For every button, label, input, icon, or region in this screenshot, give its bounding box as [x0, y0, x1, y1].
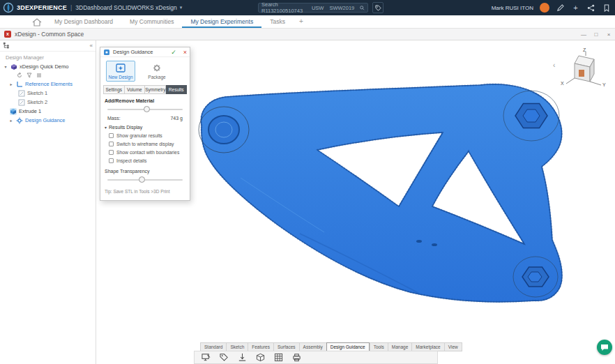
tree-item-label: Sketch 2 [27, 99, 47, 105]
add-tab-button[interactable]: + [294, 15, 309, 28]
filter-icon[interactable] [26, 73, 32, 78]
optimized-part-model[interactable] [199, 84, 562, 302]
checkbox-label: Show contact with boundaries [116, 150, 179, 155]
checkbox-wireframe-display[interactable]: Switch to wireframe display [100, 139, 190, 148]
chevron-down-icon[interactable]: ▾ [180, 5, 183, 10]
user-name[interactable]: Mark RUSI ITON [492, 5, 533, 11]
mass-row: Mass: 743 g [100, 114, 190, 122]
window-title: xDesign - Common Space [15, 31, 84, 38]
checkbox-granular-results[interactable]: Show granular results [100, 131, 190, 139]
cancel-button[interactable]: × [183, 49, 187, 56]
mode-label: Package [148, 75, 165, 79]
checkbox-icon[interactable] [109, 158, 114, 163]
ok-button[interactable]: ✓ [171, 49, 176, 56]
app-switcher[interactable]: 3DDashboard SOLIDWORKS xDesign [75, 4, 177, 11]
search-icon[interactable] [360, 5, 365, 11]
axes-icon [16, 81, 23, 88]
tree-item-sketch1[interactable]: Sketch 1 [0, 89, 96, 98]
search-scope-1: USW [312, 5, 324, 11]
checkbox-icon[interactable] [109, 142, 114, 146]
home-icon[interactable] [32, 18, 42, 26]
tip-text: Tip: Save STL in Tools >3D Print [100, 185, 190, 194]
section-box-icon[interactable] [256, 353, 265, 362]
mode-package[interactable]: Package [142, 61, 172, 82]
tree-view-icon[interactable] [3, 42, 10, 50]
pen-icon[interactable] [556, 3, 565, 13]
tag-search-button[interactable] [372, 2, 384, 13]
extrude-cube-icon [10, 108, 17, 115]
mass-value: 743 g [170, 116, 183, 121]
material-slider[interactable] [107, 106, 183, 113]
package-icon [151, 63, 162, 73]
brand-logo-text: 3DEXPERIENCE [17, 4, 67, 11]
minimize-button[interactable]: — [577, 31, 590, 38]
rotate-left-arrow[interactable]: ‹ [553, 61, 555, 69]
slider-thumb[interactable] [144, 106, 150, 112]
tree-item-label: Design Guidance [25, 117, 66, 123]
collapsed-arrow-icon[interactable]: ▸ [8, 118, 14, 123]
print-3d-icon[interactable] [292, 353, 301, 362]
bookmark-icon[interactable] [602, 3, 611, 13]
tree-item-extrude1[interactable]: Extrude 1 [0, 107, 96, 116]
mode-new-design[interactable]: New Design [106, 61, 135, 82]
collapsed-arrow-icon[interactable]: ▸ [8, 82, 14, 86]
search-text: Search R1132100510743 [261, 1, 306, 14]
tree-quick-actions [0, 71, 96, 79]
dialog-header[interactable]: Design Guidance ✓ × [100, 47, 190, 57]
brand-separator: | [70, 4, 72, 11]
axis-z-label: Z [583, 47, 586, 52]
maximize-button[interactable]: □ [590, 31, 602, 38]
chat-button[interactable] [597, 340, 612, 355]
tree-item-label: Reference Elements [25, 81, 73, 87]
transparency-slider[interactable] [107, 176, 183, 183]
list-icon[interactable] [36, 73, 42, 78]
new-design-icon [115, 63, 126, 73]
annotation-display-icon[interactable] [202, 353, 211, 362]
tab-volume[interactable]: Volume [125, 85, 146, 94]
cube-model-glyph [579, 70, 584, 77]
tree-item-sketch2[interactable]: Sketch 2 [0, 98, 96, 107]
tab-my-design-dashboard[interactable]: My Design Dashboard [46, 15, 121, 28]
collapse-panel-icon[interactable]: « [90, 43, 93, 49]
transparency-slider-label: Shape Transparency [100, 165, 190, 175]
checkbox-contact-boundaries[interactable]: Show contact with boundaries [100, 148, 190, 156]
expand-arrow-icon[interactable]: ▾ [3, 64, 8, 69]
checkbox-icon[interactable] [109, 133, 114, 138]
search-scope-2: SWW2019 [329, 5, 354, 11]
mode-selector: New Design Package [100, 57, 190, 84]
ribbon-tab-view[interactable]: View [444, 342, 462, 351]
view-cube[interactable]: Z X Y [562, 49, 609, 89]
measure-datum-icon[interactable] [238, 353, 247, 362]
section-arrow-icon[interactable]: ▾ [105, 125, 107, 130]
app-window-bar: x xDesign - Common Space — □ × [0, 29, 615, 40]
tab-results[interactable]: Results [166, 85, 187, 94]
add-icon[interactable]: + [571, 3, 580, 13]
tree-item-design-guidance[interactable]: ▸ Design Guidance [0, 116, 96, 125]
mass-label: Mass: [107, 116, 121, 121]
tab-symmetry[interactable]: Symmetry [145, 85, 166, 94]
close-button[interactable]: × [602, 31, 615, 38]
avatar[interactable] [540, 3, 549, 13]
tab-my-communities[interactable]: My Communities [121, 15, 182, 28]
axis-x-label: X [561, 81, 564, 86]
top-bar: 3DEXPERIENCE | 3DDashboard SOLIDWORKS xD… [0, 0, 615, 15]
results-display-section[interactable]: ▾ Results Display [100, 122, 190, 131]
checkbox-label: Inspect details [116, 158, 146, 163]
evaluate-grid-icon[interactable] [274, 353, 283, 362]
tag-edit-icon[interactable] [220, 353, 229, 362]
3ds-compass-icon[interactable] [3, 2, 14, 13]
checkbox-icon[interactable] [109, 150, 114, 155]
tab-settings[interactable]: Settings [103, 85, 125, 94]
axis-y-label: Y [602, 82, 606, 87]
tree-item-root[interactable]: ▾ xDesign Quick Demo [0, 62, 96, 71]
share-icon[interactable] [586, 3, 595, 13]
tree-item-reference-elements[interactable]: ▸ Reference Elements [0, 79, 96, 89]
refresh-icon[interactable] [17, 73, 22, 78]
checkbox-inspect-details[interactable]: Inspect details [100, 156, 190, 165]
slider-thumb[interactable] [139, 176, 145, 183]
xdesign-app-icon: x [4, 31, 11, 38]
search-input[interactable]: Search R1132100510743 USW SWW2019 [258, 3, 368, 13]
tab-tasks[interactable]: Tasks [261, 15, 294, 28]
ribbon-tool-row [194, 351, 438, 364]
tab-my-design-experiments[interactable]: My Design Experiments [182, 15, 261, 28]
